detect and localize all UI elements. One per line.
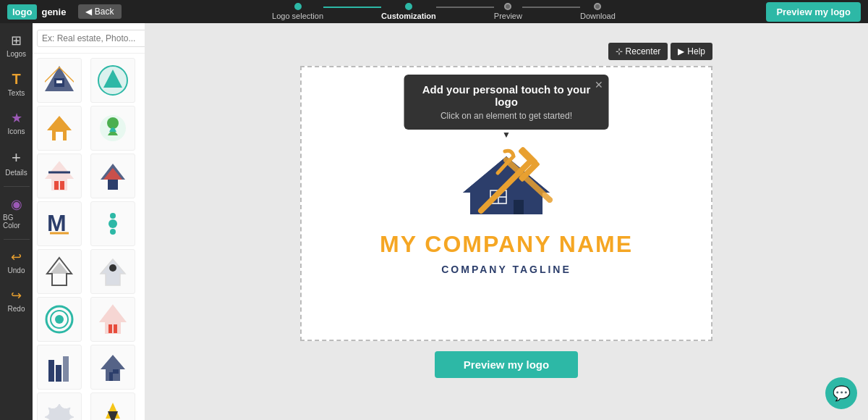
logo-thumb-8[interactable] xyxy=(90,201,135,246)
bottom-preview: Preview my logo xyxy=(435,351,578,378)
search-input[interactable] xyxy=(37,30,145,47)
prog-dot-2 xyxy=(405,3,412,10)
svg-rect-41 xyxy=(113,369,119,374)
sidebar-item-bgcolor[interactable]: ◉ BG Color xyxy=(0,190,33,235)
svg-point-32 xyxy=(55,315,64,324)
logo-display: MY COMPANY NAME COMPANY TAGLINE xyxy=(380,146,633,275)
progress-bar: Logo selection Customization Preview Dow… xyxy=(272,3,616,20)
company-tagline[interactable]: COMPANY TAGLINE xyxy=(441,264,571,275)
undo-icon: ↩ xyxy=(11,249,22,265)
sidebar-label-logos: Logos xyxy=(7,50,26,58)
prog-dot-3 xyxy=(504,3,511,10)
logo-thumb-5[interactable] xyxy=(37,154,82,198)
icons-icon: ★ xyxy=(11,110,22,126)
topbar: logo genie ◀ Back Logo selection Customi… xyxy=(0,0,868,23)
sidebar-item-undo[interactable]: ↩ Undo xyxy=(0,243,33,280)
sidebar-label-texts: Texts xyxy=(8,89,25,97)
logo-thumb-6[interactable] xyxy=(90,154,135,198)
svg-rect-3 xyxy=(59,80,62,83)
recenter-label: Recenter xyxy=(626,46,661,56)
sidebar-label-details: Details xyxy=(5,169,27,177)
back-button[interactable]: ◀ Back xyxy=(78,4,122,19)
chat-button[interactable]: 💬 xyxy=(825,377,857,409)
svg-rect-2 xyxy=(56,80,59,83)
sidebar-label-icons: Icons xyxy=(8,127,25,135)
logo-thumb-1[interactable] xyxy=(37,58,82,103)
help-label: Help xyxy=(687,46,705,56)
chat-icon: 💬 xyxy=(833,385,851,402)
logo-thumb-10[interactable] xyxy=(90,249,135,294)
logo-thumb-9[interactable] xyxy=(37,249,82,294)
svg-point-12 xyxy=(107,117,119,129)
logo-thumb-2[interactable] xyxy=(90,58,135,103)
logo-thumb-15[interactable] xyxy=(37,392,82,420)
prog-label-4: Download xyxy=(580,12,616,20)
svg-rect-8 xyxy=(109,81,116,88)
svg-rect-40 xyxy=(109,372,113,381)
prog-label-1: Logo selection xyxy=(272,12,323,20)
back-label: Back xyxy=(95,7,114,17)
svg-marker-33 xyxy=(101,306,125,333)
tooltip-close-button[interactable]: ✕ xyxy=(595,79,603,91)
back-arrow-icon: ◀ xyxy=(85,7,92,17)
sidebar-item-logos[interactable]: ⊞ Logos xyxy=(0,27,33,64)
svg-point-29 xyxy=(109,264,116,272)
svg-rect-34 xyxy=(109,324,112,333)
company-name[interactable]: MY COMPANY NAME xyxy=(380,231,633,258)
tooltip-title: Add your personal touch to your logo xyxy=(419,83,595,108)
tooltip: ✕ Add your personal touch to your logo C… xyxy=(404,75,609,130)
svg-marker-27 xyxy=(50,262,69,274)
canvas-area[interactable]: ✕ Add your personal touch to your logo C… xyxy=(300,66,712,341)
logo-thumb-12[interactable] xyxy=(90,297,135,342)
logo-thumb-13[interactable] xyxy=(37,345,82,390)
sidebar-item-details[interactable]: + Details xyxy=(0,143,33,182)
left-sidebar: ⊞ Logos T Texts ★ Icons + Details ◉ BG C… xyxy=(0,23,33,420)
prog-step-customization: Customization xyxy=(381,3,436,20)
svg-rect-14 xyxy=(54,181,59,190)
bgcolor-icon: ◉ xyxy=(11,196,22,212)
prog-step-logo-selection: Logo selection xyxy=(272,3,323,20)
svg-point-24 xyxy=(110,213,116,219)
sidebar-label-undo: Undo xyxy=(8,266,25,274)
svg-rect-35 xyxy=(114,324,117,333)
logo-thumb-3[interactable] xyxy=(37,106,82,151)
logo-grid: M xyxy=(33,54,145,420)
logos-icon: ⊞ xyxy=(11,33,22,49)
logo-thumb-4[interactable] xyxy=(90,106,135,151)
svg-point-25 xyxy=(110,229,116,235)
preview-button-bottom[interactable]: Preview my logo xyxy=(435,351,578,378)
prog-label-3: Preview xyxy=(494,12,522,20)
prog-dot-4 xyxy=(594,3,601,10)
logo-thumb-14[interactable] xyxy=(90,345,135,390)
redo-icon: ↪ xyxy=(11,287,22,303)
sidebar-item-redo[interactable]: ↪ Redo xyxy=(0,282,33,319)
sidebar-label-redo: Redo xyxy=(8,305,25,313)
sidebar-label-bgcolor: BG Color xyxy=(3,214,30,230)
recenter-button[interactable]: ⊹ Recenter xyxy=(608,43,668,60)
prog-label-2: Customization xyxy=(381,12,436,20)
help-icon: ▶ xyxy=(678,46,684,56)
preview-button-top[interactable]: Preview my logo xyxy=(766,2,861,22)
logo-svg[interactable] xyxy=(448,146,564,225)
texts-icon: T xyxy=(12,71,20,88)
svg-rect-37 xyxy=(56,365,61,382)
logo-thumb-16[interactable] xyxy=(90,392,135,420)
sidebar-divider-2 xyxy=(4,239,30,240)
prog-dot-1 xyxy=(294,3,302,10)
main-area: ⊹ Recenter ▶ Help ✕ Add your personal to… xyxy=(145,23,868,420)
svg-marker-28 xyxy=(101,259,125,285)
search-bar: 🔍 xyxy=(33,23,145,54)
svg-rect-36 xyxy=(48,360,54,382)
canvas-wrapper: ⊹ Recenter ▶ Help ✕ Add your personal to… xyxy=(300,66,712,341)
logo-thumb-11[interactable] xyxy=(37,297,82,342)
svg-rect-38 xyxy=(63,356,69,382)
svg-rect-10 xyxy=(56,132,63,140)
logo-thumb-7[interactable]: M xyxy=(37,201,82,246)
prog-step-download: Download xyxy=(580,3,616,20)
sidebar-item-texts[interactable]: T Texts xyxy=(0,65,33,103)
brand-icon: logo xyxy=(7,4,37,20)
canvas-controls: ⊹ Recenter ▶ Help xyxy=(608,43,712,60)
help-button[interactable]: ▶ Help xyxy=(671,43,712,60)
sidebar-item-icons[interactable]: ★ Icons xyxy=(0,104,33,141)
details-icon: + xyxy=(12,148,21,167)
